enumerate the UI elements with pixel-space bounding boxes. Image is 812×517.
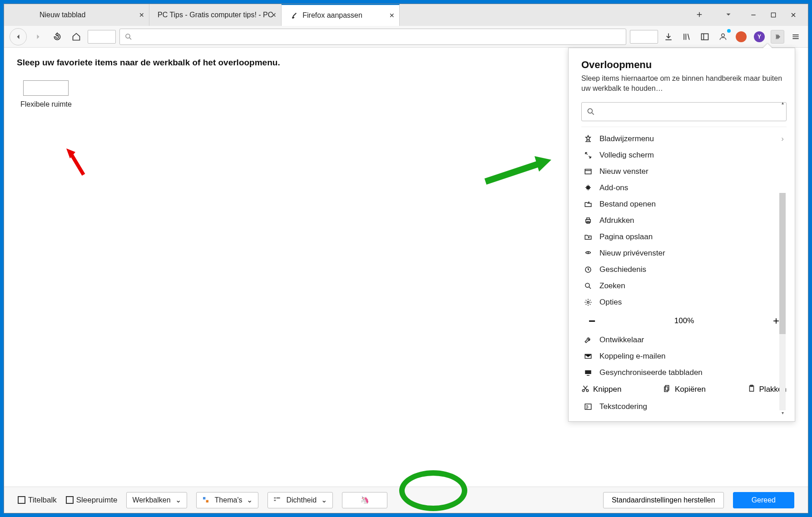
done-button[interactable]: Gereed bbox=[733, 492, 794, 508]
menu-bookmarks[interactable]: Bladwijzermenu › bbox=[581, 131, 787, 147]
fullscreen-icon bbox=[583, 150, 593, 160]
scrollbar[interactable] bbox=[779, 193, 786, 410]
folder-open-icon bbox=[583, 199, 593, 209]
window-controls bbox=[681, 4, 808, 26]
history-icon bbox=[583, 265, 593, 275]
downloads-button[interactable] bbox=[662, 30, 675, 44]
menu-addons[interactable]: Add-ons bbox=[581, 180, 787, 196]
close-icon[interactable]: ✕ bbox=[271, 11, 277, 19]
unicorn-button[interactable]: 🦄 bbox=[342, 492, 387, 508]
menu-encoding[interactable]: Tekstcodering › bbox=[581, 399, 787, 415]
dragspace-checkbox[interactable]: Sleepruimte bbox=[66, 496, 118, 505]
svg-rect-26 bbox=[274, 500, 276, 501]
copy-icon bbox=[663, 384, 671, 395]
menu-private[interactable]: Nieuw privévenster bbox=[581, 245, 787, 261]
search-icon bbox=[124, 33, 133, 41]
gear-icon bbox=[583, 297, 593, 307]
flexible-space[interactable] bbox=[630, 30, 658, 44]
zoom-controls: − 100% + bbox=[581, 310, 787, 332]
checkbox-icon bbox=[66, 496, 74, 504]
density-dropdown[interactable]: Dichtheid ⌄ bbox=[267, 492, 333, 508]
themes-dropdown[interactable]: Thema's ⌄ bbox=[196, 492, 259, 508]
library-button[interactable] bbox=[680, 30, 693, 44]
mask-icon bbox=[583, 248, 593, 258]
cut-button[interactable]: Knippen bbox=[581, 384, 621, 395]
hamburger-menu-button[interactable] bbox=[789, 30, 802, 44]
nav-toolbar: Y bbox=[4, 26, 808, 48]
menu-search[interactable]: Zoeken bbox=[581, 278, 787, 294]
scroll-down-icon[interactable]: ▾ bbox=[779, 410, 786, 417]
overflow-search-input[interactable] bbox=[581, 102, 787, 121]
new-tab-button[interactable] bbox=[695, 10, 704, 20]
svg-rect-0 bbox=[771, 13, 775, 17]
tab-pctips[interactable]: PC Tips - Gratis computer tips! - PC ✕ bbox=[149, 4, 282, 26]
flexible-space[interactable] bbox=[88, 30, 116, 44]
encoding-icon bbox=[583, 402, 593, 412]
chevron-right-icon: › bbox=[781, 134, 784, 143]
menu-synced[interactable]: Gesynchroniseerde tabbladen › bbox=[581, 364, 787, 381]
svg-rect-25 bbox=[277, 497, 280, 498]
menu-newwindow[interactable]: Nieuw venster bbox=[581, 163, 787, 180]
checkbox-icon bbox=[18, 496, 25, 504]
copy-button[interactable]: Kopiëren bbox=[663, 384, 706, 395]
overflow-button[interactable] bbox=[771, 30, 784, 44]
zoom-level: 100% bbox=[674, 316, 694, 325]
menu-label: Gesynchroniseerde tabbladen bbox=[599, 368, 703, 377]
save-icon bbox=[583, 232, 593, 242]
extension-button-2[interactable]: Y bbox=[753, 30, 766, 44]
zoom-in-button[interactable]: + bbox=[773, 315, 779, 327]
scroll-thumb[interactable] bbox=[779, 193, 786, 334]
close-icon[interactable]: ✕ bbox=[139, 11, 144, 19]
restore-defaults-button[interactable]: Standaardinstellingen herstellen bbox=[603, 492, 724, 508]
tab-new[interactable]: Nieuw tabblad ✕ bbox=[31, 4, 149, 26]
svg-rect-2 bbox=[702, 34, 708, 39]
flexible-space-preview bbox=[23, 80, 69, 96]
zoom-out-button[interactable]: − bbox=[589, 314, 595, 328]
menu-fullscreen[interactable]: Volledig scherm bbox=[581, 147, 787, 163]
close-window-button[interactable] bbox=[789, 10, 798, 20]
minimize-button[interactable] bbox=[749, 10, 758, 20]
menu-savepage[interactable]: Pagina opslaan bbox=[581, 229, 787, 245]
scroll-up-icon[interactable]: ▴ bbox=[779, 100, 786, 107]
menu-openfile[interactable]: Bestand openen bbox=[581, 196, 787, 212]
menu-label: Nieuw privévenster bbox=[599, 249, 665, 258]
overflow-description: Sleep items hiernaartoe om ze binnen han… bbox=[581, 74, 787, 94]
titlebar: Nieuw tabblad ✕ PC Tips - Gratis compute… bbox=[4, 4, 808, 26]
content-area: Sleep uw favoriete items naar de werkbal… bbox=[4, 48, 808, 487]
menu-email[interactable]: Koppeling e-mailen bbox=[581, 348, 787, 364]
menu-history[interactable]: Geschiedenis › bbox=[581, 261, 787, 278]
forward-button[interactable] bbox=[30, 29, 46, 44]
account-button[interactable] bbox=[716, 30, 730, 44]
tab-customize[interactable]: Firefox aanpassen ✕ bbox=[282, 4, 400, 26]
titlebar-checkbox[interactable]: Titelbalk bbox=[18, 496, 57, 505]
menu-label: Tekstcodering bbox=[599, 402, 647, 411]
menu-label: Zoeken bbox=[599, 281, 625, 291]
sidebar-button[interactable] bbox=[698, 30, 712, 44]
theme-icon bbox=[202, 496, 210, 504]
menu-developer[interactable]: Ontwikkelaar bbox=[581, 332, 787, 348]
tab-label: PC Tips - Gratis computer tips! - PC bbox=[158, 11, 273, 19]
svg-point-4 bbox=[738, 34, 744, 39]
toolbars-dropdown[interactable]: Werkbalken ⌄ bbox=[126, 492, 187, 508]
svg-point-11 bbox=[585, 283, 589, 287]
reload-button[interactable] bbox=[50, 29, 65, 44]
menu-print[interactable]: Afdrukken bbox=[581, 212, 787, 229]
menu-options[interactable]: Opties bbox=[581, 294, 787, 310]
new-window-icon bbox=[583, 167, 593, 177]
url-bar[interactable] bbox=[119, 29, 626, 45]
extension-button-1[interactable] bbox=[734, 30, 748, 44]
svg-rect-18 bbox=[664, 387, 668, 392]
brush-icon bbox=[290, 11, 298, 20]
back-button[interactable] bbox=[10, 28, 27, 45]
tabs-dropdown-icon[interactable] bbox=[724, 10, 733, 20]
svg-rect-22 bbox=[203, 497, 205, 499]
home-button[interactable] bbox=[69, 29, 84, 44]
flexible-space-item[interactable]: Flexibele ruimte bbox=[20, 80, 72, 108]
close-icon[interactable]: ✕ bbox=[389, 12, 395, 19]
maximize-button[interactable] bbox=[769, 10, 778, 20]
paste-icon bbox=[748, 384, 756, 395]
chevron-down-icon: ⌄ bbox=[175, 496, 181, 504]
menu-label: Opties bbox=[599, 298, 622, 307]
svg-point-5 bbox=[588, 108, 592, 113]
cut-icon bbox=[581, 384, 589, 395]
